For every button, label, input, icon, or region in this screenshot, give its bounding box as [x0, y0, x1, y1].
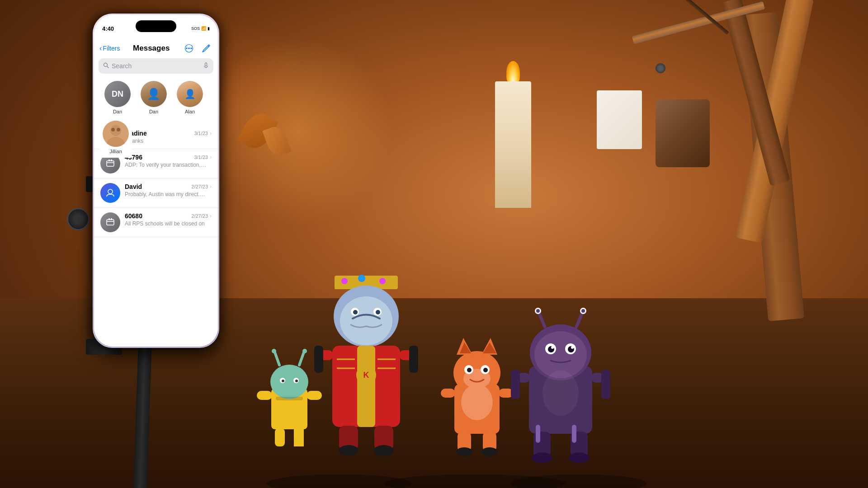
- candle-flame: [506, 61, 520, 84]
- contact-name-dn2: Dan: [149, 109, 158, 114]
- mount-knob: [67, 208, 90, 230]
- search-icon: [103, 62, 109, 70]
- svg-point-84: [532, 452, 552, 463]
- svg-point-43: [374, 445, 394, 456]
- message-item-david[interactable]: David 2/27/23 › Probably, Austin was my …: [94, 178, 218, 208]
- message-date-nadine: 3/1/23 ›: [194, 130, 212, 136]
- message-header-david: David 2/27/23 ›: [125, 183, 212, 190]
- svg-point-85: [569, 452, 589, 463]
- svg-rect-56: [441, 389, 455, 398]
- status-icons: SOS 📶 ▮: [191, 26, 210, 31]
- svg-rect-12: [275, 428, 285, 446]
- svg-rect-97: [205, 63, 207, 66]
- svg-rect-81: [601, 370, 610, 399]
- svg-line-2: [275, 352, 279, 365]
- svg-point-21: [379, 278, 386, 284]
- svg-point-3: [272, 349, 276, 353]
- svg-point-9: [295, 380, 298, 382]
- chevron-right-icon-2: ›: [210, 154, 212, 160]
- wooden-box: [656, 99, 710, 167]
- svg-point-42: [339, 445, 359, 456]
- contact-face-alan: 👤: [177, 81, 203, 107]
- contact-pin-alan[interactable]: 👤 Alan: [172, 81, 208, 114]
- bow-ball: [656, 63, 665, 73]
- sos-indicator: SOS: [191, 26, 200, 31]
- svg-point-26: [353, 310, 358, 314]
- svg-rect-10: [257, 391, 272, 400]
- svg-point-91: [186, 47, 188, 49]
- svg-point-54: [483, 368, 488, 372]
- svg-point-5: [302, 349, 307, 353]
- svg-point-55: [461, 384, 493, 420]
- phone-outer: 4:40 SOS 📶 ▮ ‹ Filters Messages: [93, 14, 219, 348]
- svg-rect-14: [276, 397, 303, 400]
- message-preview-43796: ADP: To verify your transaction, enter 5…: [125, 162, 206, 168]
- svg-point-8: [282, 380, 284, 382]
- candle-area: [484, 36, 542, 208]
- svg-point-70: [581, 309, 585, 313]
- svg-point-27: [376, 310, 380, 314]
- contact-avatar-dn1: DN: [104, 81, 131, 107]
- contact-face-dn2: 👤: [141, 81, 167, 107]
- message-header-60680: 60680 2/27/23 ›: [125, 212, 212, 220]
- search-placeholder: Search: [112, 62, 200, 70]
- svg-rect-87: [572, 425, 576, 443]
- microphone-icon[interactable]: [203, 62, 209, 70]
- more-button[interactable]: [183, 42, 195, 55]
- chevron-left-icon: ‹: [99, 44, 102, 52]
- svg-line-68: [576, 313, 582, 327]
- svg-point-76: [571, 346, 574, 349]
- search-bar[interactable]: Search: [99, 58, 213, 74]
- svg-rect-112: [111, 218, 112, 220]
- svg-rect-109: [107, 220, 114, 225]
- contact-pin-dn1[interactable]: DN Dan: [99, 81, 136, 114]
- chevron-right-icon-3: ›: [210, 183, 212, 190]
- svg-point-60: [456, 447, 472, 456]
- message-date-60680: 2/27/23 ›: [191, 213, 212, 219]
- message-preview-david: Probably, Austin was my direct. But I'm …: [125, 191, 206, 197]
- wifi-icon: 📶: [201, 26, 206, 31]
- svg-point-95: [104, 63, 108, 67]
- contact-avatar-dn2: 👤: [141, 81, 167, 107]
- message-preview-nadine: Thanks: [126, 138, 198, 144]
- svg-point-19: [341, 278, 348, 284]
- svg-rect-13: [294, 428, 304, 446]
- svg-point-77: [542, 371, 579, 416]
- svg-point-93: [190, 47, 192, 49]
- svg-line-4: [299, 352, 304, 365]
- svg-point-53: [467, 368, 472, 372]
- svg-rect-29: [357, 346, 375, 427]
- message-item-60680[interactable]: 60680 2/27/23 › All RPS schools will be …: [94, 208, 218, 237]
- svg-rect-11: [307, 391, 322, 400]
- dynamic-island: [136, 20, 176, 32]
- candle-glow: [203, 36, 393, 226]
- chevron-right-icon: ›: [210, 130, 212, 136]
- message-content-60680: 60680 2/27/23 › All RPS schools will be …: [125, 212, 212, 227]
- contact-pin-jillian[interactable]: Jillian: [99, 121, 132, 158]
- svg-rect-107: [111, 160, 112, 161]
- svg-text:K: K: [363, 371, 369, 380]
- svg-line-96: [107, 66, 108, 68]
- message-preview-60680: All RPS schools will be closed on: [125, 221, 206, 227]
- svg-point-61: [481, 447, 498, 456]
- contact-avatar-jillian: [103, 121, 129, 147]
- message-header-43796: 43796 3/1/23 ›: [125, 154, 212, 161]
- battery-icon: ▮: [208, 26, 210, 31]
- svg-point-1: [270, 365, 308, 399]
- android-figurines: K: [249, 262, 656, 488]
- sender-name-60680: 60680: [125, 212, 142, 220]
- compose-button[interactable]: [200, 42, 212, 55]
- svg-line-65: [539, 313, 545, 327]
- svg-point-75: [551, 346, 554, 349]
- navigation-bar: ‹ Filters Messages: [94, 38, 218, 58]
- svg-point-20: [358, 275, 365, 282]
- contact-pin-dn2[interactable]: 👤 Dan: [136, 81, 172, 114]
- svg-point-108: [108, 189, 113, 194]
- message-avatar-60680: [100, 212, 120, 232]
- contact-initials: DN: [112, 89, 123, 99]
- nav-actions: [183, 42, 212, 55]
- svg-point-103: [117, 128, 120, 131]
- message-avatar-david: [100, 183, 120, 203]
- back-button[interactable]: ‹ Filters: [99, 44, 120, 52]
- message-date-43796: 3/1/23 ›: [194, 154, 212, 160]
